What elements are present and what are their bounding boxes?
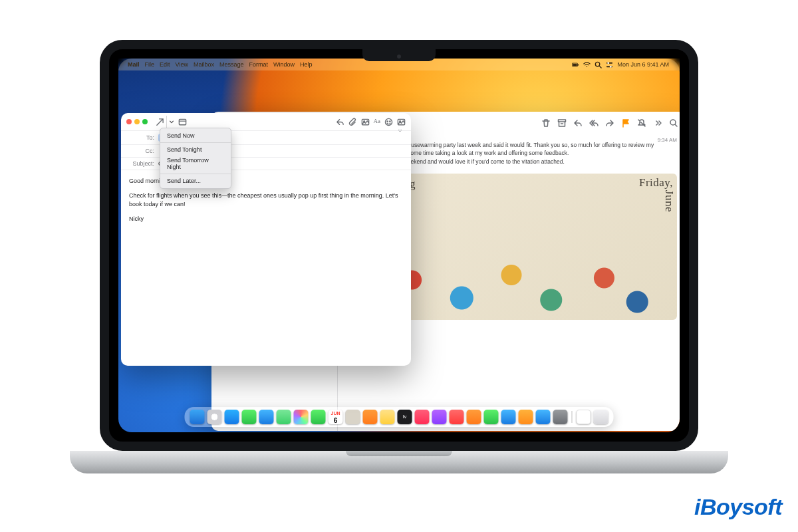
dock-app-tv[interactable]: tv [398, 410, 412, 424]
photo-icon[interactable] [361, 118, 370, 126]
dock-app-facetime[interactable] [311, 410, 326, 424]
svg-point-8 [608, 62, 610, 64]
dock-app-settings[interactable] [553, 410, 568, 424]
close-button[interactable] [126, 119, 132, 124]
dock-app-calendar[interactable]: JUN6 [329, 410, 343, 424]
laptop-frame: Mail File Edit View Mailbox Message Form… [100, 40, 698, 451]
delete-icon[interactable] [541, 118, 551, 128]
archive-icon[interactable] [557, 118, 567, 128]
menu-item-send-now[interactable]: Send Now [160, 130, 231, 141]
menu-item-send-tonight[interactable]: Send Tonight [160, 144, 231, 155]
menubar-datetime[interactable]: Mon Jun 6 9:41 AM [617, 61, 669, 68]
window-controls [126, 119, 148, 124]
search-icon[interactable] [669, 118, 678, 128]
menu-format[interactable]: Format [249, 61, 268, 68]
subject-label: Subject: [128, 160, 154, 167]
send-later-menu: Send Now Send Tonight Send Tomorrow Nigh… [160, 128, 231, 189]
menu-help[interactable]: Help [300, 61, 313, 68]
svg-point-4 [596, 62, 600, 66]
menu-item-send-later[interactable]: Send Later... [160, 176, 231, 186]
mute-icon[interactable] [637, 118, 646, 128]
body-line: Check for flights when you see this—the … [129, 192, 403, 209]
dock-app-safari[interactable] [225, 410, 239, 424]
status-menus: Mon Jun 6 9:41 AM [572, 61, 674, 68]
to-label: To: [128, 134, 154, 141]
menu-edit[interactable]: Edit [160, 61, 170, 68]
dock-downloads[interactable] [577, 410, 591, 424]
menu-file[interactable]: File [145, 61, 155, 68]
dock-app-books[interactable] [467, 410, 481, 424]
bezel: Mail File Edit View Mailbox Message Form… [100, 40, 698, 451]
message-time: 9:34 AM [658, 137, 677, 143]
dock-app-contacts[interactable] [346, 410, 360, 424]
svg-rect-10 [559, 120, 566, 122]
dock-app-reminders[interactable] [363, 410, 378, 424]
emoji-icon[interactable] [384, 118, 393, 126]
menubar-app[interactable]: Mail [128, 61, 140, 68]
attachment-text: Friday, [639, 176, 673, 190]
svg-point-19 [390, 120, 390, 121]
dock-app-appstore[interactable] [536, 410, 551, 424]
dock-app-pages[interactable] [519, 410, 533, 424]
dock-app-numbers[interactable] [484, 410, 499, 424]
dock-app-mail[interactable] [259, 410, 274, 424]
menu-separator [160, 142, 231, 143]
dock-app-notes[interactable] [380, 410, 395, 424]
fullscreen-button[interactable] [142, 119, 148, 124]
dock-app-launchpad[interactable] [207, 410, 222, 424]
dock-app-keynote[interactable] [501, 410, 516, 424]
dock-app-maps[interactable] [277, 410, 291, 424]
reply-arrow-icon[interactable] [336, 118, 344, 126]
svg-line-12 [675, 124, 677, 126]
svg-rect-1 [573, 63, 577, 65]
cc-label: Cc: [128, 148, 154, 154]
dock-app-music[interactable] [415, 410, 430, 424]
svg-rect-2 [579, 64, 579, 65]
menu-window[interactable]: Window [273, 61, 295, 68]
desktop: Mail File Edit View Mailbox Message Form… [118, 59, 680, 432]
reply-all-icon[interactable] [589, 118, 598, 128]
control-center-icon[interactable] [606, 61, 613, 68]
svg-point-9 [610, 65, 612, 67]
wifi-icon[interactable] [583, 61, 591, 68]
format-icon[interactable]: Aa [374, 118, 381, 126]
spotlight-icon[interactable] [595, 61, 602, 68]
send-icon [156, 118, 164, 126]
reply-icon[interactable] [573, 118, 583, 128]
menu-item-send-tomorrow-night[interactable]: Send Tomorrow Night [160, 155, 231, 172]
signature: Nicky [129, 215, 403, 224]
dock-app-news[interactable] [450, 410, 464, 424]
menu-mailbox[interactable]: Mailbox [194, 61, 214, 68]
flag-icon[interactable] [621, 118, 630, 128]
menu-message[interactable]: Message [219, 61, 244, 68]
forward-icon[interactable] [605, 118, 614, 128]
svg-point-3 [587, 66, 588, 67]
media-browser-icon[interactable] [397, 118, 406, 126]
more-icon[interactable] [653, 118, 662, 128]
battery-icon[interactable] [572, 61, 579, 68]
send-button[interactable] [156, 116, 174, 128]
send-later-dropdown-button[interactable] [166, 116, 174, 128]
svg-point-18 [387, 120, 388, 121]
menu-view[interactable]: View [176, 61, 188, 68]
dock-app-messages[interactable] [242, 410, 257, 424]
svg-rect-13 [179, 119, 186, 124]
display-notch [362, 49, 436, 61]
attach-icon[interactable] [348, 118, 357, 126]
dock-app-podcasts[interactable] [432, 410, 447, 424]
header-fields-icon[interactable] [178, 118, 187, 126]
dock-divider [572, 411, 573, 423]
compose-window: Aa Send Now Send Tonight Send Tomorrow N… [121, 113, 411, 366]
menu-separator [160, 174, 231, 174]
dock: JUN6 tv [185, 407, 614, 427]
minimize-button[interactable] [134, 119, 140, 124]
attachment-text: June [662, 190, 676, 212]
svg-line-5 [600, 66, 602, 68]
watermark-logo: iiBoysoftBoysoft [694, 494, 782, 520]
laptop-base [70, 451, 728, 473]
dock-app-finder[interactable] [190, 410, 205, 424]
dock-trash[interactable] [594, 410, 608, 424]
dock-app-photos[interactable] [294, 410, 309, 424]
